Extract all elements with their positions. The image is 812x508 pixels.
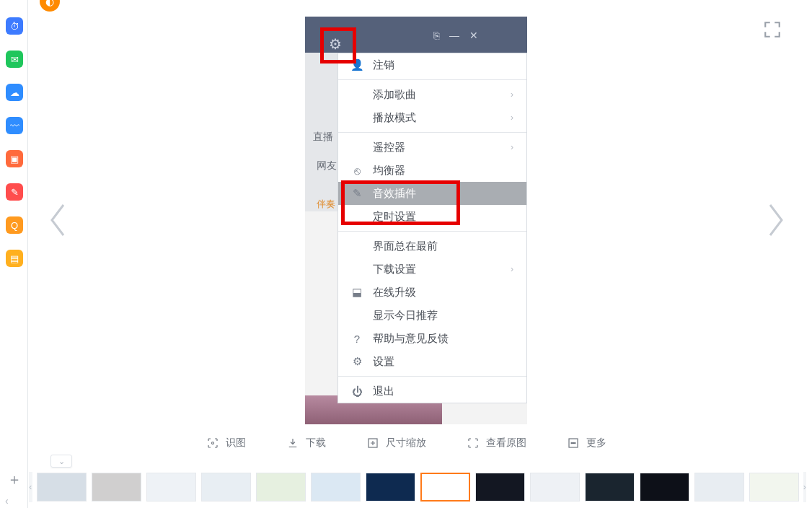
main-screenshot: 直播 网友 伴奏 ⎘ — ✕ ⚙ 👤注销添加歌曲›播放模式›遥控器›⎋均衡器✎音…: [305, 17, 527, 424]
thumb-next-button[interactable]: ›: [803, 472, 807, 502]
image-icon[interactable]: ▣: [6, 150, 23, 167]
more-label: 更多: [586, 437, 606, 450]
menu-item-label: 在线升级: [373, 286, 416, 299]
thumbnail[interactable]: [37, 473, 87, 502]
left-app-bar: ⏱✉☁〰▣✎Q▤: [6, 17, 23, 267]
highlight-audioplugin-redbox: [341, 180, 460, 225]
menu-item-online-upgrade[interactable]: ⬓在线升级: [338, 281, 526, 304]
chevron-right-icon: ›: [511, 113, 513, 123]
svg-point-0: [211, 442, 213, 444]
svg-point-5: [574, 442, 575, 444]
recognize-image-button[interactable]: 识图: [206, 437, 246, 450]
svg-point-3: [571, 442, 573, 444]
svg-point-4: [573, 442, 574, 444]
menu-item-always-on-top[interactable]: 界面总在最前: [338, 235, 526, 258]
highlight-gear-redbox: [320, 27, 356, 64]
pdf-icon[interactable]: ✎: [6, 183, 23, 201]
menu-item-logout[interactable]: 👤注销: [338, 53, 526, 76]
menu-separator: [338, 79, 526, 80]
menu-item-label: 均衡器: [373, 164, 405, 178]
thumbnail[interactable]: [256, 473, 306, 502]
chevron-right-icon: ›: [511, 89, 513, 100]
thumbnail[interactable]: [201, 473, 251, 502]
collapse-thumbnails-button[interactable]: ⌄: [50, 455, 72, 468]
online-upgrade-icon: ⬓: [350, 286, 364, 299]
menu-item-label: 显示今日推荐: [373, 309, 438, 323]
settings-context-menu: 👤注销添加歌曲›播放模式›遥控器›⎋均衡器✎音效插件定时设置界面总在最前下载设置…: [337, 53, 527, 403]
thumbnail-strip: ‹ ›: [29, 472, 806, 502]
menu-item-label: 下载设置: [373, 263, 416, 276]
thumbnail[interactable]: [694, 473, 744, 502]
titlebar-controls: ⎘ — ✕: [433, 30, 478, 41]
thumbnail[interactable]: [585, 473, 635, 502]
titlebar-close-icon: ✕: [469, 30, 478, 41]
menu-item-download-settings[interactable]: 下载设置›: [338, 258, 526, 281]
thumbnail[interactable]: [366, 473, 415, 502]
thumbnail[interactable]: [530, 473, 580, 502]
wechat-icon[interactable]: ✉: [6, 51, 23, 68]
wave-icon[interactable]: 〰: [6, 117, 23, 134]
thumbnail[interactable]: [146, 473, 196, 502]
clock-icon[interactable]: ⏱: [6, 17, 23, 35]
search-orange-icon[interactable]: Q: [6, 216, 23, 234]
menu-item-exit[interactable]: ⏻退出: [338, 380, 526, 403]
note-icon[interactable]: ▤: [6, 250, 23, 267]
menu-item-label: 设置: [373, 355, 394, 369]
menu-item-label: 播放模式: [373, 111, 416, 125]
more-button[interactable]: 更多: [567, 437, 606, 450]
app-label-accompany: 伴奏: [305, 198, 335, 212]
view-original-label: 查看原图: [486, 437, 526, 450]
chevron-right-icon: ›: [511, 264, 513, 274]
menu-item-equalizer[interactable]: ⎋均衡器: [338, 159, 526, 182]
resize-button[interactable]: 尺寸缩放: [366, 437, 426, 450]
thumb-prev-button[interactable]: ‹: [29, 472, 32, 502]
menu-separator: [338, 132, 526, 133]
menu-item-remote[interactable]: 遥控器›: [338, 136, 526, 159]
menu-item-settings[interactable]: ⚙设置: [338, 350, 526, 373]
thumbnail[interactable]: [475, 473, 525, 502]
menu-item-label: 遥控器: [373, 141, 405, 154]
view-original-button[interactable]: 查看原图: [467, 437, 526, 450]
thumbnail[interactable]: [311, 473, 361, 502]
titlebar-min-icon: —: [449, 30, 459, 41]
menu-separator: [338, 231, 526, 232]
prev-image-arrow[interactable]: [48, 202, 69, 238]
menu-item-label: 添加歌曲: [373, 88, 416, 102]
app-label-live: 直播: [305, 131, 341, 145]
image-action-bar: 识图 下载 尺寸缩放 查看原图 更多: [0, 437, 812, 450]
menu-item-show-today[interactable]: 显示今日推荐: [338, 304, 526, 327]
next-image-arrow[interactable]: [764, 202, 786, 238]
chevron-right-icon: ›: [511, 142, 513, 152]
resize-label: 尺寸缩放: [386, 437, 426, 450]
thumbnail[interactable]: [420, 473, 470, 502]
menu-item-label: 帮助与意见反馈: [373, 332, 449, 346]
fullscreen-icon[interactable]: [763, 20, 782, 39]
download-label: 下载: [306, 437, 326, 450]
thumbnail[interactable]: [92, 473, 141, 502]
add-button[interactable]: ＋: [7, 470, 22, 489]
equalizer-icon: ⎋: [350, 165, 364, 177]
menu-item-play-mode[interactable]: 播放模式›: [338, 106, 526, 129]
thumbnail[interactable]: [640, 473, 689, 502]
menu-item-add-song[interactable]: 添加歌曲›: [338, 83, 526, 106]
menu-item-label: 界面总在最前: [373, 240, 438, 253]
menu-item-label: 退出: [373, 385, 394, 398]
scroll-up-hint[interactable]: ‹: [5, 495, 9, 507]
site-logo[interactable]: ◐: [40, 0, 60, 12]
recognize-label: 识图: [226, 437, 246, 450]
titlebar-misc-icon: ⎘: [433, 30, 439, 41]
menu-item-label: 注销: [373, 58, 394, 72]
settings-icon: ⚙: [350, 355, 364, 368]
menu-item-help-feedback[interactable]: ?帮助与意见反馈: [338, 327, 526, 350]
exit-icon: ⏻: [350, 385, 364, 398]
menu-separator: [338, 376, 526, 377]
thumbnail[interactable]: [749, 473, 799, 502]
download-button[interactable]: 下载: [286, 437, 326, 450]
help-feedback-icon: ?: [350, 333, 364, 345]
cloud-icon[interactable]: ☁: [6, 84, 23, 101]
left-divider: [27, 0, 28, 508]
